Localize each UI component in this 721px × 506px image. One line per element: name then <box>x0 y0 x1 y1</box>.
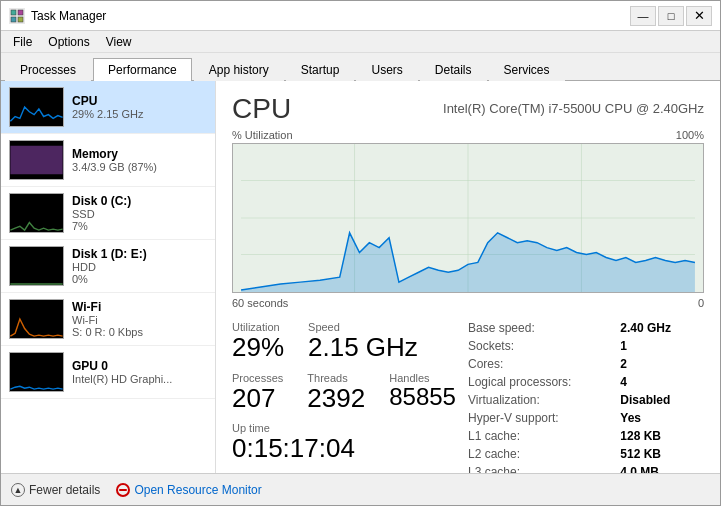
chart-labels: % Utilization 100% <box>232 129 704 141</box>
l3-value: 4.0 MB <box>620 465 704 473</box>
menu-file[interactable]: File <box>5 33 40 51</box>
svg-rect-2 <box>11 17 16 22</box>
sidebar-item-cpu[interactable]: CPU 29% 2.15 GHz <box>1 81 215 134</box>
l3-label: L3 cache: <box>468 465 604 473</box>
main-title: CPU <box>232 93 291 125</box>
tab-details[interactable]: Details <box>420 58 487 81</box>
tab-performance[interactable]: Performance <box>93 58 192 81</box>
wifi-sidebar-sub1: Wi-Fi <box>72 314 143 326</box>
tab-bar: Processes Performance App history Startu… <box>1 53 720 81</box>
y-axis-label: % Utilization <box>232 129 293 141</box>
stats-right: Base speed: 2.40 GHz Sockets: 1 Cores: 2… <box>468 321 704 473</box>
svg-rect-4 <box>10 146 62 175</box>
memory-sidebar-info: Memory 3.4/3.9 GB (87%) <box>72 147 157 173</box>
memory-sidebar-name: Memory <box>72 147 157 161</box>
cpu-mini-graph <box>9 87 64 127</box>
threads-label: Threads <box>307 372 365 384</box>
disk0-mini-graph <box>9 193 64 233</box>
app-icon <box>9 8 25 24</box>
chart-x-label: 60 seconds <box>232 297 288 309</box>
sidebar-item-wifi[interactable]: Wi-Fi Wi-Fi S: 0 R: 0 Kbps <box>1 293 215 346</box>
handles-value: 85855 <box>389 384 456 410</box>
gpu0-sidebar-info: GPU 0 Intel(R) HD Graphi... <box>72 359 172 385</box>
threads-block: Threads 2392 <box>307 372 365 413</box>
svg-rect-1 <box>18 10 23 15</box>
virtualization-label: Virtualization: <box>468 393 604 407</box>
wifi-mini-graph <box>9 299 64 339</box>
handles-label: Handles <box>389 372 456 384</box>
disk1-mini-graph <box>9 246 64 286</box>
tab-app-history[interactable]: App history <box>194 58 284 81</box>
processes-value: 207 <box>232 384 283 413</box>
gpu0-mini-graph <box>9 352 64 392</box>
cpu-sidebar-sub: 29% 2.15 GHz <box>72 108 144 120</box>
open-resource-monitor-link[interactable]: Open Resource Monitor <box>116 483 261 497</box>
chart-x-end: 0 <box>698 297 704 309</box>
utilization-value: 29% <box>232 333 284 362</box>
minimize-button[interactable]: — <box>630 6 656 26</box>
processes-block: Processes 207 <box>232 372 283 413</box>
cpu-model: Intel(R) Core(TM) i7-5500U CPU @ 2.40GHz <box>443 101 704 116</box>
window-controls: — □ ✕ <box>630 6 712 26</box>
tab-services[interactable]: Services <box>489 58 565 81</box>
processes-label: Processes <box>232 372 283 384</box>
tab-users[interactable]: Users <box>356 58 417 81</box>
wifi-sidebar-name: Wi-Fi <box>72 300 143 314</box>
l1-label: L1 cache: <box>468 429 604 443</box>
chart-footer: 60 seconds 0 <box>232 297 704 309</box>
sockets-label: Sockets: <box>468 339 604 353</box>
disk0-sidebar-name: Disk 0 (C:) <box>72 194 131 208</box>
disk0-sidebar-info: Disk 0 (C:) SSD 7% <box>72 194 131 232</box>
close-button[interactable]: ✕ <box>686 6 712 26</box>
sidebar-item-memory[interactable]: Memory 3.4/3.9 GB (87%) <box>1 134 215 187</box>
svg-rect-0 <box>11 10 16 15</box>
gpu0-sidebar-sub: Intel(R) HD Graphi... <box>72 373 172 385</box>
logical-label: Logical processors: <box>468 375 604 389</box>
l2-label: L2 cache: <box>468 447 604 461</box>
open-resource-monitor-label: Open Resource Monitor <box>134 483 261 497</box>
tab-processes[interactable]: Processes <box>5 58 91 81</box>
disk0-sidebar-sub2: 7% <box>72 220 131 232</box>
uptime-block: Up time 0:15:17:04 <box>232 422 468 463</box>
cores-value: 2 <box>620 357 704 371</box>
task-manager-window: Task Manager — □ ✕ File Options View Pro… <box>0 0 721 506</box>
gpu0-sidebar-name: GPU 0 <box>72 359 172 373</box>
fewer-details-button[interactable]: ▲ Fewer details <box>11 483 100 497</box>
maximize-button[interactable]: □ <box>658 6 684 26</box>
sidebar-item-gpu0[interactable]: GPU 0 Intel(R) HD Graphi... <box>1 346 215 399</box>
chevron-up-icon: ▲ <box>11 483 25 497</box>
uptime-value: 0:15:17:04 <box>232 434 468 463</box>
tab-startup[interactable]: Startup <box>286 58 355 81</box>
speed-value: 2.15 GHz <box>308 333 418 362</box>
disk1-sidebar-sub2: 0% <box>72 273 147 285</box>
sidebar-item-disk1[interactable]: Disk 1 (D: E:) HDD 0% <box>1 240 215 293</box>
util-speed-row: Utilization 29% Speed 2.15 GHz <box>232 321 468 362</box>
utilization-block: Utilization 29% <box>232 321 284 362</box>
hyperv-value: Yes <box>620 411 704 425</box>
sidebar-item-disk0[interactable]: Disk 0 (C:) SSD 7% <box>1 187 215 240</box>
logical-value: 4 <box>620 375 704 389</box>
memory-mini-graph <box>9 140 64 180</box>
menu-options[interactable]: Options <box>40 33 97 51</box>
footer-bar: ▲ Fewer details Open Resource Monitor <box>1 473 720 505</box>
cpu-sidebar-info: CPU 29% 2.15 GHz <box>72 94 144 120</box>
threads-value: 2392 <box>307 384 365 413</box>
y-axis-max: 100% <box>676 129 704 141</box>
sockets-value: 1 <box>620 339 704 353</box>
menu-view[interactable]: View <box>98 33 140 51</box>
disk1-sidebar-info: Disk 1 (D: E:) HDD 0% <box>72 247 147 285</box>
sidebar: CPU 29% 2.15 GHz Memory 3.4/3.9 GB (87%) <box>1 81 216 473</box>
svg-rect-3 <box>18 17 23 22</box>
l1-value: 128 KB <box>620 429 704 443</box>
cores-label: Cores: <box>468 357 604 371</box>
cpu-sidebar-name: CPU <box>72 94 144 108</box>
hyperv-label: Hyper-V support: <box>468 411 604 425</box>
stats-left: Utilization 29% Speed 2.15 GHz Processes… <box>232 321 468 473</box>
memory-sidebar-sub: 3.4/3.9 GB (87%) <box>72 161 157 173</box>
virtualization-value: Disabled <box>620 393 704 407</box>
menu-bar: File Options View <box>1 31 720 53</box>
wifi-sidebar-sub2: S: 0 R: 0 Kbps <box>72 326 143 338</box>
fewer-details-label: Fewer details <box>29 483 100 497</box>
proc-thread-handle-row: Processes 207 Threads 2392 Handles 85855 <box>232 372 468 413</box>
content-area: CPU 29% 2.15 GHz Memory 3.4/3.9 GB (87%) <box>1 81 720 473</box>
